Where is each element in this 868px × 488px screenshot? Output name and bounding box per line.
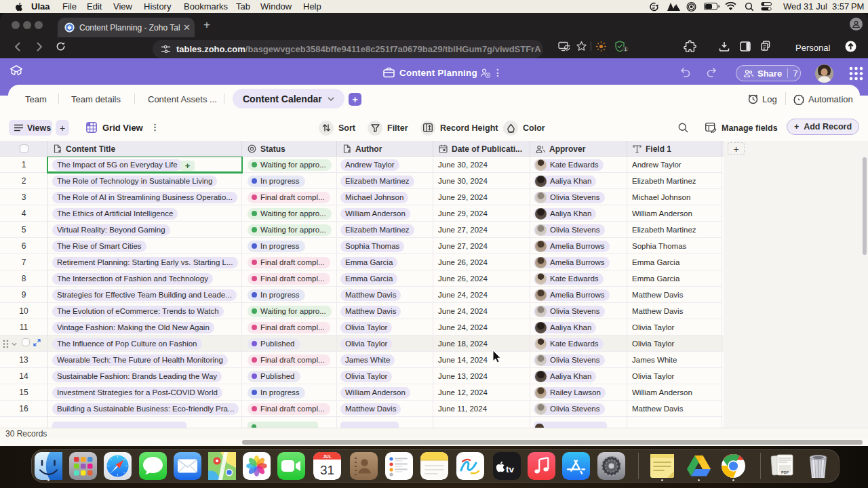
- svg-text:PDF: PDF: [781, 470, 789, 474]
- svg-text:tv: tv: [506, 464, 514, 474]
- svg-text:JUL: JUL: [323, 454, 331, 459]
- svg-text:31: 31: [320, 463, 334, 477]
